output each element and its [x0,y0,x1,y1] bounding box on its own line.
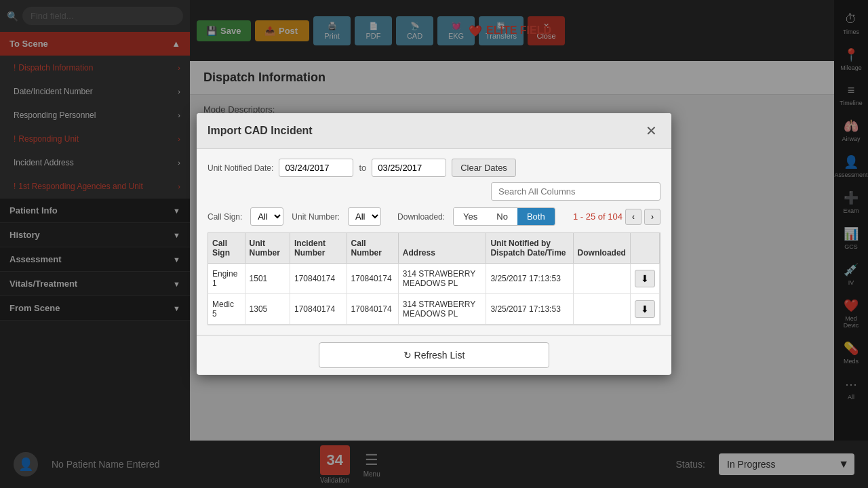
cell-downloaded [573,264,630,294]
unit-number-select[interactable]: All [348,207,381,226]
pagination-text: 1 - 25 of 104 [573,211,623,222]
refresh-row: ↻ Refresh List [197,335,671,375]
cell-call-sign: Engine 1 [208,264,245,294]
next-page-button[interactable]: › [644,209,660,225]
cell-incident-number: 170840174 [290,294,347,325]
search-all-columns-input[interactable] [491,182,660,201]
cell-call-number: 170840174 [347,294,398,325]
cell-action: ⬇ [631,294,660,325]
refresh-list-button[interactable]: ↻ Refresh List [319,342,549,368]
download-row-button[interactable]: ⬇ [635,300,655,318]
date-label: Unit Notified Date: [208,163,273,173]
download-row-button[interactable]: ⬇ [635,270,655,287]
prev-page-button[interactable]: ‹ [625,209,642,225]
filter-row: Call Sign: All Unit Number: All Download… [208,207,660,226]
cell-datetime: 3/25/2017 17:13:53 [486,294,573,325]
cell-call-number: 170840174 [347,264,398,294]
modal-header: Import CAD Incident ✕ [197,113,671,149]
col-header-incident-number: Incident Number [290,233,347,264]
results-table: Call Sign Unit Number Incident Number Ca… [208,233,660,325]
modal-body: Unit Notified Date: to Clear Dates Call … [197,149,671,335]
cell-datetime: 3/25/2017 17:13:53 [486,264,573,294]
downloaded-filter-label: Downloaded: [397,212,445,222]
cell-call-sign: Medic 5 [208,294,245,325]
date-from-input[interactable] [279,159,353,177]
col-header-call-number: Call Number [347,233,398,264]
toggle-yes-button[interactable]: Yes [454,208,487,225]
cell-action: ⬇ [631,264,660,294]
cell-unit-number: 1501 [245,264,290,294]
col-header-datetime: Unit Notified by Dispatch Date/Time [486,233,573,264]
cell-downloaded [573,294,630,325]
call-sign-select[interactable]: All [250,207,283,226]
modal-close-button[interactable]: ✕ [642,121,660,140]
results-table-container: Call Sign Unit Number Incident Number Ca… [208,232,660,325]
col-header-unit-number: Unit Number [245,233,290,264]
clear-dates-button[interactable]: Clear Dates [452,159,516,177]
col-header-action [631,233,660,264]
cell-address: 314 STRAWBERRY MEADOWS PL [398,264,486,294]
modal-title: Import CAD Incident [208,125,313,137]
downloaded-toggle-group: Yes No Both [453,207,555,226]
call-sign-label: Call Sign: [208,212,242,222]
modal-overlay: Import CAD Incident ✕ Unit Notified Date… [0,0,868,488]
unit-number-label: Unit Number: [292,212,340,222]
toggle-both-button[interactable]: Both [517,208,555,225]
cell-address: 314 STRAWBERRY MEADOWS PL [398,294,486,325]
date-to-input[interactable] [372,159,446,177]
to-label: to [359,163,366,173]
table-row: Medic 5 1305 170840174 170840174 314 STR… [208,294,660,325]
col-header-address: Address [398,233,486,264]
cell-unit-number: 1305 [245,294,290,325]
col-header-call-sign: Call Sign [208,233,245,264]
toggle-no-button[interactable]: No [487,208,517,225]
cell-incident-number: 170840174 [290,264,347,294]
pagination: 1 - 25 of 104 ‹ › [573,209,660,225]
date-filter-row: Unit Notified Date: to Clear Dates [208,159,660,201]
col-header-downloaded: Downloaded [573,233,630,264]
table-row: Engine 1 1501 170840174 170840174 314 ST… [208,264,660,294]
import-cad-modal: Import CAD Incident ✕ Unit Notified Date… [197,113,671,375]
